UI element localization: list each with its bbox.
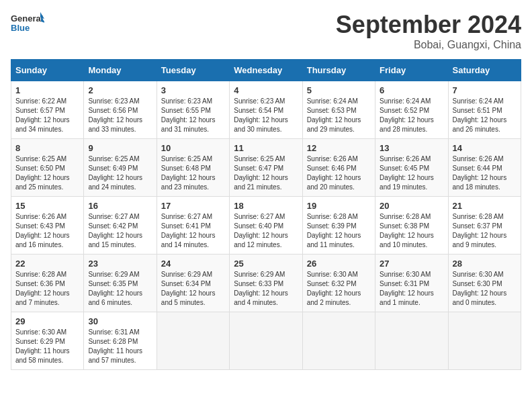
day-cell: 20Sunrise: 6:28 AMSunset: 6:38 PMDayligh… — [375, 197, 448, 255]
day-cell: 24Sunrise: 6:29 AMSunset: 6:34 PMDayligh… — [157, 255, 229, 312]
day-number: 13 — [380, 143, 443, 153]
day-cell: 16Sunrise: 6:27 AMSunset: 6:42 PMDayligh… — [84, 197, 157, 255]
day-cell: 23Sunrise: 6:29 AMSunset: 6:35 PMDayligh… — [84, 255, 157, 312]
day-number: 27 — [380, 259, 443, 269]
day-number: 4 — [234, 85, 298, 95]
svg-text:Blue: Blue — [11, 23, 30, 33]
day-number: 1 — [15, 85, 79, 95]
day-number: 7 — [453, 85, 517, 95]
week-row-2: 8Sunrise: 6:25 AMSunset: 6:50 PMDaylight… — [11, 139, 521, 197]
day-info: Sunrise: 6:30 AMSunset: 6:29 PMDaylight:… — [15, 328, 79, 365]
day-info: Sunrise: 6:28 AMSunset: 6:38 PMDaylight:… — [380, 212, 443, 250]
day-info: Sunrise: 6:28 AMSunset: 6:36 PMDaylight:… — [15, 270, 79, 308]
day-cell: 5Sunrise: 6:24 AMSunset: 6:53 PMDaylight… — [302, 81, 375, 139]
day-cell: 9Sunrise: 6:25 AMSunset: 6:49 PMDaylight… — [84, 139, 157, 197]
day-info: Sunrise: 6:22 AMSunset: 6:57 PMDaylight:… — [15, 97, 79, 134]
day-info: Sunrise: 6:27 AMSunset: 6:41 PMDaylight:… — [161, 212, 225, 250]
day-info: Sunrise: 6:27 AMSunset: 6:42 PMDaylight:… — [88, 212, 152, 250]
day-info: Sunrise: 6:28 AMSunset: 6:39 PMDaylight:… — [307, 212, 371, 250]
day-cell: 6Sunrise: 6:24 AMSunset: 6:52 PMDaylight… — [375, 81, 448, 139]
day-info: Sunrise: 6:27 AMSunset: 6:40 PMDaylight:… — [234, 212, 298, 250]
day-cell: 28Sunrise: 6:30 AMSunset: 6:30 PMDayligh… — [448, 255, 521, 312]
day-info: Sunrise: 6:23 AMSunset: 6:54 PMDaylight:… — [234, 97, 298, 134]
logo-svg: General Blue — [11, 11, 44, 38]
day-number: 10 — [161, 143, 225, 153]
day-cell: 15Sunrise: 6:26 AMSunset: 6:43 PMDayligh… — [11, 197, 84, 255]
day-number: 25 — [234, 259, 298, 269]
day-cell: 18Sunrise: 6:27 AMSunset: 6:40 PMDayligh… — [230, 197, 302, 255]
day-cell: 12Sunrise: 6:26 AMSunset: 6:46 PMDayligh… — [302, 139, 375, 197]
svg-text:General: General — [11, 13, 43, 24]
day-cell: 19Sunrise: 6:28 AMSunset: 6:39 PMDayligh… — [302, 197, 375, 255]
day-number: 29 — [15, 316, 79, 326]
day-number: 28 — [453, 259, 517, 269]
month-year-title: September 2024 — [336, 11, 521, 39]
day-cell: 4Sunrise: 6:23 AMSunset: 6:54 PMDaylight… — [230, 81, 302, 139]
day-info: Sunrise: 6:25 AMSunset: 6:48 PMDaylight:… — [161, 154, 225, 192]
day-number: 26 — [307, 259, 371, 269]
day-cell: 13Sunrise: 6:26 AMSunset: 6:45 PMDayligh… — [375, 139, 448, 197]
header-wednesday: Wednesday — [230, 60, 302, 81]
day-cell: 3Sunrise: 6:23 AMSunset: 6:55 PMDaylight… — [157, 81, 229, 139]
day-info: Sunrise: 6:23 AMSunset: 6:56 PMDaylight:… — [88, 97, 152, 134]
location-title: Bobai, Guangxi, China — [336, 39, 521, 51]
day-number: 22 — [15, 259, 79, 269]
week-row-3: 15Sunrise: 6:26 AMSunset: 6:43 PMDayligh… — [11, 197, 521, 255]
day-info: Sunrise: 6:30 AMSunset: 6:31 PMDaylight:… — [380, 270, 443, 308]
day-cell: 21Sunrise: 6:28 AMSunset: 6:37 PMDayligh… — [448, 197, 521, 255]
week-row-5: 29Sunrise: 6:30 AMSunset: 6:29 PMDayligh… — [11, 312, 521, 370]
header-sunday: Sunday — [11, 60, 84, 81]
day-info: Sunrise: 6:31 AMSunset: 6:28 PMDaylight:… — [88, 328, 152, 365]
day-info: Sunrise: 6:24 AMSunset: 6:51 PMDaylight:… — [453, 97, 517, 134]
header-monday: Monday — [84, 60, 157, 81]
day-number: 15 — [15, 201, 79, 211]
day-number: 16 — [88, 201, 152, 211]
day-cell: 1Sunrise: 6:22 AMSunset: 6:57 PMDaylight… — [11, 81, 84, 139]
day-number: 11 — [234, 143, 298, 153]
day-info: Sunrise: 6:29 AMSunset: 6:34 PMDaylight:… — [161, 270, 225, 308]
logo: General Blue — [11, 11, 44, 38]
day-number: 20 — [380, 201, 443, 211]
header-friday: Friday — [375, 60, 448, 81]
day-info: Sunrise: 6:28 AMSunset: 6:37 PMDaylight:… — [453, 212, 517, 250]
day-cell — [230, 312, 302, 370]
day-number: 23 — [88, 259, 152, 269]
day-cell: 8Sunrise: 6:25 AMSunset: 6:50 PMDaylight… — [11, 139, 84, 197]
day-cell — [375, 312, 448, 370]
day-number: 12 — [307, 143, 371, 153]
calendar-header-row: SundayMondayTuesdayWednesdayThursdayFrid… — [11, 60, 521, 81]
day-cell: 14Sunrise: 6:26 AMSunset: 6:44 PMDayligh… — [448, 139, 521, 197]
header-saturday: Saturday — [448, 60, 521, 81]
week-row-4: 22Sunrise: 6:28 AMSunset: 6:36 PMDayligh… — [11, 255, 521, 312]
day-number: 30 — [88, 316, 152, 326]
day-number: 6 — [380, 85, 443, 95]
day-info: Sunrise: 6:30 AMSunset: 6:32 PMDaylight:… — [307, 270, 371, 308]
day-cell: 27Sunrise: 6:30 AMSunset: 6:31 PMDayligh… — [375, 255, 448, 312]
day-cell: 10Sunrise: 6:25 AMSunset: 6:48 PMDayligh… — [157, 139, 229, 197]
day-number: 21 — [453, 201, 517, 211]
day-info: Sunrise: 6:25 AMSunset: 6:50 PMDaylight:… — [15, 154, 79, 192]
day-info: Sunrise: 6:29 AMSunset: 6:35 PMDaylight:… — [88, 270, 152, 308]
day-cell: 29Sunrise: 6:30 AMSunset: 6:29 PMDayligh… — [11, 312, 84, 370]
day-info: Sunrise: 6:26 AMSunset: 6:46 PMDaylight:… — [307, 154, 371, 192]
day-number: 3 — [161, 85, 225, 95]
day-number: 8 — [15, 143, 79, 153]
day-number: 9 — [88, 143, 152, 153]
day-info: Sunrise: 6:26 AMSunset: 6:45 PMDaylight:… — [380, 154, 443, 192]
day-number: 2 — [88, 85, 152, 95]
day-cell — [157, 312, 229, 370]
day-number: 5 — [307, 85, 371, 95]
day-info: Sunrise: 6:24 AMSunset: 6:53 PMDaylight:… — [307, 97, 371, 134]
day-cell — [448, 312, 521, 370]
title-area: September 2024 Bobai, Guangxi, China — [336, 11, 521, 51]
calendar-table: SundayMondayTuesdayWednesdayThursdayFrid… — [11, 59, 521, 370]
day-number: 14 — [453, 143, 517, 153]
day-cell: 7Sunrise: 6:24 AMSunset: 6:51 PMDaylight… — [448, 81, 521, 139]
day-number: 24 — [161, 259, 225, 269]
week-row-1: 1Sunrise: 6:22 AMSunset: 6:57 PMDaylight… — [11, 81, 521, 139]
day-cell: 26Sunrise: 6:30 AMSunset: 6:32 PMDayligh… — [302, 255, 375, 312]
day-cell: 11Sunrise: 6:25 AMSunset: 6:47 PMDayligh… — [230, 139, 302, 197]
day-number: 19 — [307, 201, 371, 211]
day-cell: 30Sunrise: 6:31 AMSunset: 6:28 PMDayligh… — [84, 312, 157, 370]
day-info: Sunrise: 6:30 AMSunset: 6:30 PMDaylight:… — [453, 270, 517, 308]
